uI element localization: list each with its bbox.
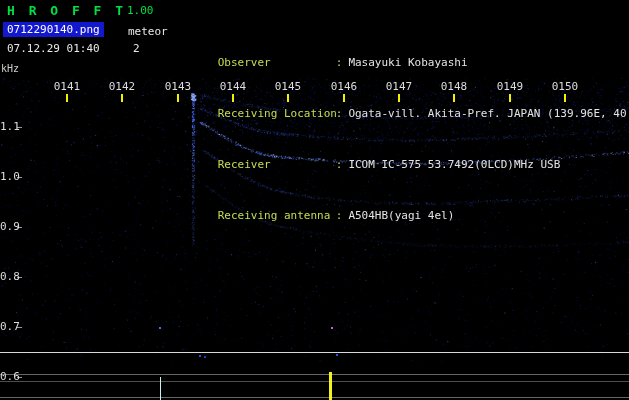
x-tick-label: 0141 [53, 80, 81, 93]
y-tick-label: 0.8 [0, 270, 15, 283]
info-colon: : [336, 107, 343, 120]
hrofft-output: H R O F F T 1.00 0712290140.png meteor 0… [0, 0, 629, 400]
y-tick-label: 0.6 [0, 370, 15, 383]
y-tick-label: 0.9 [0, 220, 15, 233]
info-label: Receiving Location [218, 107, 336, 120]
info-row-receiver: Receiver:ICOM IC-575 53.7492(0LCD)MHz US… [178, 145, 629, 158]
x-tick-label: 0142 [108, 80, 136, 93]
filename-badge: 0712290140.png [3, 22, 104, 37]
info-value: A504HB(yagi 4el) [348, 209, 454, 222]
y-axis-unit-label: kHz [1, 63, 19, 74]
info-label: Receiving antenna [218, 209, 336, 222]
x-tick-label: 0144 [219, 80, 247, 93]
info-row-observer: Observer:Masayuki Kobayashi [178, 43, 629, 56]
timestamp: 07.12.29 01:40 [7, 42, 100, 55]
y-tick-label: 1.1 [0, 120, 15, 133]
info-value: Masayuki Kobayashi [348, 56, 467, 69]
info-colon: : [336, 209, 343, 222]
y-tick-label: 0.7 [0, 320, 15, 333]
y-tick-label: 1.0 [0, 170, 15, 183]
info-row-antenna: Receiving antenna:A504HB(yagi 4el) [178, 196, 629, 209]
x-tick-label: 0149 [496, 80, 524, 93]
info-label: Receiver [218, 158, 336, 171]
info-colon: : [336, 158, 343, 171]
info-colon: : [336, 56, 343, 69]
x-tick-label: 0145 [274, 80, 302, 93]
meteor-count: 2 [133, 42, 140, 55]
info-value: ICOM IC-575 53.7492(0LCD)MHz USB [348, 158, 560, 171]
x-tick-label: 0150 [551, 80, 579, 93]
mode-label: meteor [128, 25, 168, 38]
x-tick-label: 0147 [385, 80, 413, 93]
info-row-location: Receiving Location:Ogata-vill. Akita-Pre… [178, 94, 629, 107]
station-info: Observer:Masayuki Kobayashi Receiving Lo… [178, 5, 629, 247]
info-label: Observer [218, 56, 336, 69]
info-value: Ogata-vill. Akita-Pref. JAPAN (139.96E, … [348, 107, 629, 120]
app-title: H R O F F T [7, 3, 126, 18]
x-tick-label: 0148 [440, 80, 468, 93]
x-tick-label: 0143 [164, 80, 192, 93]
x-tick-label: 0146 [330, 80, 358, 93]
app-version: 1.00 [127, 4, 154, 17]
